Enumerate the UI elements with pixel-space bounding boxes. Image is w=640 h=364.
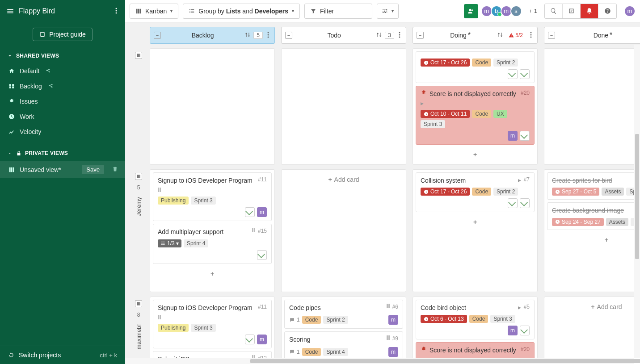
tag-ux[interactable]: UX — [493, 110, 507, 118]
lane-column[interactable]: Code bird object▸#5Oct 6 - Oct 13CodeSpr… — [413, 297, 538, 364]
shared-views-header[interactable]: SHARED VIEWS — [0, 48, 125, 63]
project-guide-button[interactable]: Project guide — [33, 28, 93, 41]
collapse-column-button[interactable]: − — [285, 32, 292, 39]
collapse-column-button[interactable]: − — [154, 32, 161, 39]
kanban-card[interactable]: Add multiplayer support#151/3 ▾Sprint 4 — [153, 224, 272, 264]
sort-button[interactable] — [497, 32, 503, 39]
filter-button[interactable]: Filter — [304, 4, 372, 19]
kanban-card[interactable]: Collision system▸#7Oct 17 - Oct 26CodeSp… — [416, 172, 535, 212]
kanban-card[interactable]: Create sprites for birdSep 27 - Oct 5Ass… — [547, 172, 640, 200]
tag-sprint[interactable]: Sprint 3 — [421, 120, 445, 128]
settings-dropdown[interactable]: ▾ — [377, 4, 399, 19]
kanban-card[interactable]: Oct 17 - Oct 26CodeSprint 2 — [416, 51, 535, 83]
scrollbar-thumb[interactable] — [250, 359, 640, 363]
collapse-column-button[interactable]: − — [417, 32, 424, 39]
add-card-button[interactable]: + Add card — [284, 172, 403, 187]
kanban-card[interactable]: Code bird object▸#5Oct 6 - Oct 13CodeSpr… — [416, 300, 535, 339]
collaborator-avatars[interactable]: mbms — [483, 5, 522, 17]
switch-projects-button[interactable]: Switch projects ctrl + k — [0, 346, 125, 364]
card-title[interactable]: Code bird object — [421, 304, 515, 312]
collaborator-avatar[interactable]: s — [510, 5, 522, 17]
lane-column[interactable]: + Add card — [544, 297, 640, 364]
card-title[interactable]: Score is not displayed correctly — [429, 90, 518, 98]
tag-assets[interactable]: Assets — [602, 188, 624, 196]
me-avatar[interactable]: m — [624, 5, 636, 17]
collapse-lane-button[interactable] — [135, 173, 142, 180]
add-card-button[interactable]: + — [547, 233, 640, 247]
add-card-button[interactable]: + Add card — [547, 300, 640, 314]
tag-publishing[interactable]: Publishing — [158, 197, 189, 205]
tag-code[interactable]: Code — [469, 315, 488, 323]
column-menu[interactable] — [265, 32, 271, 39]
sidebar-item-velocity[interactable]: Velocity — [0, 124, 125, 139]
notifications-button[interactable] — [581, 4, 598, 18]
tag-sprint[interactable]: Sprint 3 — [490, 315, 515, 323]
tag-sprint[interactable]: Sprint 2 — [493, 188, 518, 196]
column-menu[interactable] — [528, 32, 534, 39]
lane-column[interactable] — [281, 48, 406, 165]
card-title[interactable]: Create sprites for bird — [552, 176, 640, 184]
help-button[interactable] — [598, 4, 616, 18]
tag-sprint[interactable]: Sprint 2 — [493, 59, 518, 67]
sort-button[interactable] — [376, 32, 382, 39]
trash-icon[interactable] — [112, 166, 118, 173]
card-title[interactable]: Signup to iOS Developer Program — [158, 304, 255, 312]
column-menu[interactable] — [397, 32, 402, 39]
tag-code[interactable]: Code — [472, 110, 491, 118]
lane-column[interactable]: Collision system▸#7Oct 17 - Oct 26CodeSp… — [413, 169, 538, 292]
card-title[interactable]: Score is not displayed correctly — [429, 346, 518, 354]
kanban-card[interactable]: Signup to iOS Developer Program#11Publis… — [153, 172, 272, 221]
tag-publishing[interactable]: Publishing — [158, 324, 189, 332]
lane-column[interactable]: Oct 17 - Oct 26CodeSprint 2Score is not … — [413, 48, 538, 165]
tag-code[interactable]: Code — [302, 348, 321, 356]
kanban-dropdown[interactable]: Kanban ▾ — [130, 4, 178, 19]
tag-sprint[interactable]: Sprint 3 — [191, 197, 215, 205]
add-card-button[interactable]: + — [153, 267, 272, 281]
kanban-card[interactable]: Signup to iOS Developer Program#11Publis… — [153, 300, 272, 348]
sidebar-item-issues[interactable]: Issues — [0, 94, 125, 109]
lane-column[interactable]: Create sprites for birdSep 27 - Oct 5Ass… — [544, 169, 640, 292]
card-title[interactable]: Code pipes — [289, 304, 384, 312]
extra-count[interactable]: + 1 — [529, 8, 537, 14]
add-card-button[interactable]: + — [416, 147, 535, 162]
kanban-card[interactable]: Code pipes#61CodeSprint 2m — [284, 300, 403, 329]
tag-code[interactable]: Code — [472, 188, 491, 196]
kanban-card[interactable]: Scoring#91CodeSprint 4m — [284, 331, 403, 360]
horizontal-scrollbar[interactable] — [125, 358, 634, 364]
tag-assets[interactable]: Assets — [606, 218, 628, 226]
comments-count[interactable]: 1 — [289, 349, 300, 355]
lane-column[interactable] — [544, 48, 640, 165]
project-title-wrap[interactable]: Flappy Bird — [6, 7, 55, 15]
kanban-card[interactable]: Create background imageSep 24 - Sep 27As… — [547, 202, 640, 230]
lane-column[interactable]: + Add card — [281, 169, 406, 292]
card-title[interactable]: Add multiplayer support — [158, 228, 249, 236]
vertical-scrollbar[interactable] — [634, 45, 640, 358]
tag-sprint[interactable]: Sprint 4 — [323, 348, 348, 356]
tasks-button[interactable] — [563, 4, 581, 18]
tag-sprint[interactable]: Sprint 4 — [184, 239, 208, 247]
search-button[interactable] — [545, 4, 563, 18]
save-view-button[interactable]: Save — [82, 165, 104, 174]
lane-column[interactable] — [150, 48, 275, 165]
card-title[interactable]: Create background image — [552, 206, 640, 214]
private-views-header[interactable]: PRIVATE VIEWS — [0, 146, 125, 161]
collapse-column-button[interactable]: − — [548, 32, 555, 39]
comments-count[interactable]: 1 — [289, 317, 300, 323]
scrollbar-thumb[interactable] — [635, 134, 639, 259]
project-menu-dots[interactable] — [114, 6, 119, 17]
add-card-button[interactable]: + — [416, 215, 535, 229]
sidebar-item-default[interactable]: Default — [0, 63, 125, 79]
tag-code[interactable]: Code — [302, 316, 321, 324]
checklist-badge[interactable]: 1/3 ▾ — [158, 239, 181, 247]
sidebar-item-work[interactable]: Work — [0, 109, 125, 124]
tag-sprint[interactable]: Sprint 2 — [323, 316, 348, 324]
collapse-lane-button[interactable] — [135, 52, 142, 59]
tag-sprint[interactable]: Sprint 3 — [191, 324, 215, 332]
lane-column[interactable]: Signup to iOS Developer Program#11Publis… — [150, 169, 275, 292]
groupby-dropdown[interactable]: Group by Lists and Developers ▾ — [183, 4, 300, 19]
card-title[interactable]: Signup to iOS Developer Program — [158, 176, 255, 184]
lane-column[interactable]: Signup to iOS Developer Program#11Publis… — [150, 297, 275, 364]
lane-column[interactable]: Code pipes#61CodeSprint 2mScoring#91Code… — [281, 297, 406, 364]
add-user-button[interactable] — [464, 4, 478, 18]
sidebar-item-backlog[interactable]: Backlog — [0, 79, 125, 94]
